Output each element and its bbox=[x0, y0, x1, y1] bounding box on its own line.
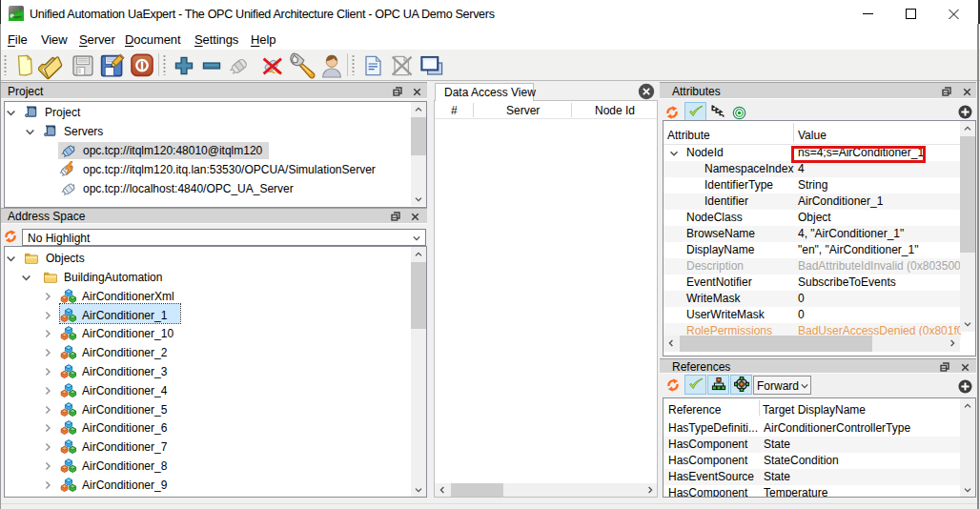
svg-text:expert: expert bbox=[12, 15, 21, 19]
svg-text:UA: UA bbox=[12, 8, 20, 13]
